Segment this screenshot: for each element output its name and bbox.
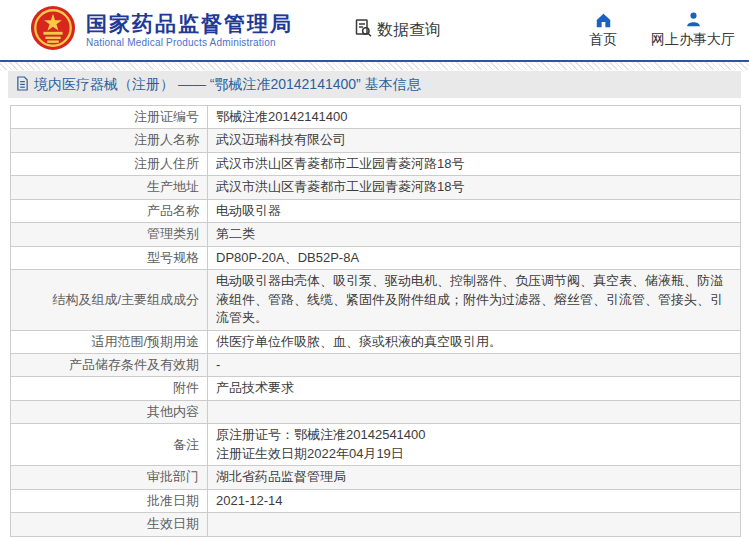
document-icon <box>16 76 29 94</box>
row-label: 型号规格 <box>11 246 208 269</box>
row-value: 武汉市洪山区青菱都市工业园青菱河路18号 <box>208 152 741 175</box>
row-label: 产品储存条件及有效期 <box>11 353 208 376</box>
nav-service-hall[interactable]: 网上办事大厅 <box>651 11 735 49</box>
breadcrumb: 境内医疗器械（注册） —— “鄂械注准20142141400” 基本信息 <box>8 71 741 98</box>
row-label: 结构及组成/主要组成成分 <box>11 270 208 330</box>
row-label: 附件 <box>11 377 208 400</box>
header-nav: 首页 网上办事大厅 <box>589 11 735 49</box>
nav-home[interactable]: 首页 <box>589 11 617 49</box>
registration-info-table: 注册证编号鄂械注准20142141400注册人名称武汉迈瑞科技有限公司注册人住所… <box>10 105 741 537</box>
row-value: 电动吸引器由壳体、吸引泵、驱动电机、控制器件、负压调节阀、真空表、储液瓶、防溢液… <box>208 270 741 330</box>
row-label: 注册人名称 <box>11 129 208 152</box>
table-row: 型号规格DP80P-20A、DB52P-8A <box>11 246 741 269</box>
logo-title: 国家药品监督管理局 <box>86 12 293 36</box>
row-label: 生效日期 <box>11 513 208 536</box>
row-label: 审批部门 <box>11 466 208 489</box>
table-row: 产品储存条件及有效期- <box>11 353 741 376</box>
row-label: 产品名称 <box>11 199 208 222</box>
nav-service-hall-label: 网上办事大厅 <box>651 31 735 49</box>
nmpa-logo: 国家药品监督管理局 National Medical Products Admi… <box>30 5 293 55</box>
row-value <box>208 513 741 536</box>
table-row: 附件产品技术要求 <box>11 377 741 400</box>
document-search-icon <box>353 18 373 42</box>
row-value: 武汉迈瑞科技有限公司 <box>208 129 741 152</box>
row-value <box>208 400 741 423</box>
table-row: 管理类别第二类 <box>11 223 741 246</box>
row-value: 供医疗单位作吸脓、血、痰或积液的真空吸引用。 <box>208 330 741 353</box>
national-emblem-icon <box>30 5 76 55</box>
table-row: 注册人名称武汉迈瑞科技有限公司 <box>11 129 741 152</box>
row-label: 批准日期 <box>11 489 208 512</box>
logo-text: 国家药品监督管理局 National Medical Products Admi… <box>86 12 293 47</box>
table-row: 注册人住所武汉市洪山区青菱都市工业园青菱河路18号 <box>11 152 741 175</box>
row-value: 2021-12-14 <box>208 489 741 512</box>
table-row: 适用范围/预期用途供医疗单位作吸脓、血、痰或积液的真空吸引用。 <box>11 330 741 353</box>
breadcrumb-text: 境内医疗器械（注册） —— “鄂械注准20142141400” 基本信息 <box>34 76 421 94</box>
table-row: 审批部门湖北省药品监督管理局 <box>11 466 741 489</box>
row-value: 鄂械注准20142141400 <box>208 106 741 129</box>
hatch-divider <box>0 62 749 70</box>
row-label: 管理类别 <box>11 223 208 246</box>
table-row: 注册证编号鄂械注准20142141400 <box>11 106 741 129</box>
row-value: 原注册证号：鄂械注准20142541400 注册证生效日期2022年04月19日 <box>208 424 741 466</box>
main-content: 境内医疗器械（注册） —— “鄂械注准20142141400” 基本信息 注册证… <box>0 71 749 537</box>
row-label: 备注 <box>11 424 208 466</box>
site-header: 国家药品监督管理局 National Medical Products Admi… <box>0 0 749 62</box>
row-value: 第二类 <box>208 223 741 246</box>
table-row: 生产地址武汉市洪山区青菱都市工业园青菱河路18号 <box>11 176 741 199</box>
person-icon <box>685 11 702 28</box>
table-row: 生效日期 <box>11 513 741 536</box>
row-value: 产品技术要求 <box>208 377 741 400</box>
row-value: DP80P-20A、DB52P-8A <box>208 246 741 269</box>
data-query-label: 数据查询 <box>377 20 441 41</box>
table-row: 备注原注册证号：鄂械注准20142541400 注册证生效日期2022年04月1… <box>11 424 741 466</box>
table-row: 产品名称电动吸引器 <box>11 199 741 222</box>
info-table-body: 注册证编号鄂械注准20142141400注册人名称武汉迈瑞科技有限公司注册人住所… <box>11 106 741 537</box>
row-label: 生产地址 <box>11 176 208 199</box>
home-icon <box>595 11 612 28</box>
row-value: 武汉市洪山区青菱都市工业园青菱河路18号 <box>208 176 741 199</box>
nav-home-label: 首页 <box>589 31 617 49</box>
row-label: 注册人住所 <box>11 152 208 175</box>
table-row: 批准日期2021-12-14 <box>11 489 741 512</box>
table-row: 结构及组成/主要组成成分电动吸引器由壳体、吸引泵、驱动电机、控制器件、负压调节阀… <box>11 270 741 330</box>
row-value: - <box>208 353 741 376</box>
row-value: 湖北省药品监督管理局 <box>208 466 741 489</box>
row-label: 适用范围/预期用途 <box>11 330 208 353</box>
row-value: 电动吸引器 <box>208 199 741 222</box>
row-label: 注册证编号 <box>11 106 208 129</box>
row-label: 其他内容 <box>11 400 208 423</box>
logo-subtitle: National Medical Products Administration <box>86 37 293 48</box>
data-query-menu[interactable]: 数据查询 <box>353 18 441 42</box>
table-row: 其他内容 <box>11 400 741 423</box>
